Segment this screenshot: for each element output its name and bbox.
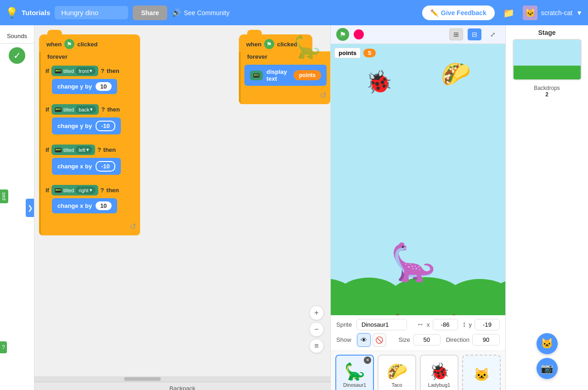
green-side-btn1[interactable]: sed	[0, 189, 8, 203]
right-dropdown[interactable]: right ▾	[75, 186, 95, 194]
show-hidden-btn[interactable]: 🚫	[373, 333, 386, 347]
micro-icon-front: 📟	[54, 67, 62, 75]
sprite-thumb-taco[interactable]: 🌮 Taco	[378, 355, 416, 390]
if-left-block: if 📟 tilted left ▾ ? then change x by -1…	[39, 141, 140, 178]
sprite-close-btn[interactable]: ✕	[364, 357, 371, 364]
change-y-back[interactable]: change y by -10	[52, 117, 121, 134]
val-neg10: -10	[96, 121, 115, 131]
dino-thumb-label: Dinosaur1	[343, 382, 366, 388]
check-badge: ✓	[9, 47, 25, 64]
sidebar-collapse-btn[interactable]: ❯	[26, 199, 34, 217]
backdrops-info: Backdrops 2	[534, 82, 560, 98]
x-label: x	[427, 321, 430, 328]
show-label: Show	[336, 336, 351, 343]
change-y-front[interactable]: change y by 10	[52, 79, 117, 94]
show-visible-btn[interactable]: 👁	[357, 333, 371, 347]
sounds-tab[interactable]: Sounds	[0, 29, 34, 44]
green-flag-btn[interactable]: ⚑	[336, 28, 349, 41]
forever-block[interactable]: forever	[39, 51, 140, 62]
left-sidebar: Sounds ✓ ❯ sed ?	[0, 25, 34, 390]
user-menu[interactable]: 🐱 scratch-cat ▼	[523, 6, 582, 20]
display-text-label: display text	[266, 68, 290, 82]
zoom-options-btn[interactable]: ≡	[309, 339, 324, 353]
code-canvas[interactable]: when ⚑ clicked forever if 📟 tilted front…	[34, 25, 330, 376]
stage-and-sprites: ⚑ ⊞ ⊟ ⤢ points 5	[331, 25, 505, 390]
val-neg10-x: -10	[96, 161, 115, 172]
taco-thumb-emoji: 🌮	[387, 362, 407, 381]
change-x-left[interactable]: change x by -10	[52, 158, 121, 175]
dropdown-arrow-left: ▾	[86, 147, 89, 153]
feedback-button[interactable]: ✏️ Give Feedback	[422, 6, 495, 20]
points-badge: points 5	[334, 48, 376, 58]
flag-icon: ⚑	[64, 39, 74, 49]
stop-btn[interactable]	[354, 29, 364, 39]
loop-arrow-2: ↺	[320, 90, 327, 100]
green-side-btn2[interactable]: ?	[0, 341, 7, 353]
sensor-left[interactable]: 📟 tilted left ▾	[51, 145, 95, 155]
backdrops-label: Backdrops	[534, 85, 560, 91]
y-input[interactable]	[475, 319, 500, 330]
project-name-input[interactable]	[55, 6, 128, 19]
chevron-down-icon: ▼	[576, 9, 582, 17]
size-input[interactable]	[413, 334, 441, 345]
backdrops-count: 2	[545, 91, 548, 98]
if-right-block: if 📟 tilted right ▾ ? then change x by 1…	[39, 181, 140, 217]
right-panel-inner: ⚑ ⊞ ⊟ ⤢ points 5	[331, 25, 588, 390]
sensor-back[interactable]: 📟 tilted back ▾	[51, 104, 99, 115]
share-button[interactable]: Share	[133, 6, 167, 20]
show-icons: 👁 🚫	[357, 333, 386, 347]
scrollbar-thumb[interactable]	[124, 377, 161, 381]
y-arrows-icon: ↕	[463, 320, 466, 329]
direction-input[interactable]	[472, 334, 500, 345]
sprite-thumb-dinosaur[interactable]: ✕ 🦕 Dinosaur1	[335, 355, 374, 390]
y-coord-group: ↕ y	[463, 319, 500, 330]
taco-sprite: 🌮	[441, 60, 471, 88]
bottom-action-buttons: 🐱 📷	[537, 333, 558, 386]
cat-action-btn[interactable]: 🐱	[537, 333, 558, 354]
x-coord-group: ↔ x	[417, 319, 458, 330]
sensor-right[interactable]: 📟 tilted right ▾	[51, 185, 98, 195]
sensor-front[interactable]: 📟 tilted front ▾	[51, 66, 98, 76]
val-10: 10	[96, 82, 111, 91]
fullscreen-btn[interactable]: ⤢	[486, 28, 500, 40]
code-scrollbar[interactable]	[34, 376, 330, 382]
zoom-out-btn[interactable]: −	[309, 322, 324, 337]
flag-icon2: ⚑	[264, 39, 274, 49]
micro-icon-left: 📟	[54, 146, 62, 154]
camera-action-btn[interactable]: 📷	[537, 358, 558, 379]
change-x-right[interactable]: change x by 10	[52, 198, 117, 213]
clicked-label: clicked	[77, 41, 97, 48]
direction-group: Direction	[446, 334, 500, 345]
stage-thumbnail[interactable]	[513, 39, 582, 80]
x-arrows-icon: ↔	[417, 320, 424, 329]
sprite-info-row1: Sprite ↔ x ↕ y	[336, 319, 500, 330]
zoom-in-btn[interactable]: +	[309, 306, 324, 320]
stage-side-panel: Stage Backdrops 2 🐱 📷	[505, 25, 588, 390]
sprite-thumb-ladybug[interactable]: 🐞 Ladybug1	[420, 355, 458, 390]
community-button[interactable]: 🔊 See Community	[172, 8, 230, 17]
display-text-action[interactable]: 📟 display text points	[244, 65, 327, 86]
display-text-block: 📟 display text points	[239, 62, 330, 89]
front-dropdown[interactable]: front ▾	[75, 67, 96, 75]
dino-thumb-emoji: 🦕	[345, 362, 365, 381]
when-clicked-block[interactable]: when ⚑ clicked	[39, 34, 140, 52]
ladybug-thumb-emoji: 🐞	[429, 362, 450, 381]
main-script: when ⚑ clicked forever if 📟 tilted front…	[39, 34, 140, 235]
left-dropdown[interactable]: left ▾	[75, 146, 92, 154]
add-sprite-btn[interactable]: 🐱	[462, 355, 501, 390]
layout-btn-1[interactable]: ⊞	[449, 28, 463, 40]
if-back-block: if 📟 tilted back ▾ ? then change y by -1…	[39, 100, 140, 138]
sprite-thumbnails: ✕ 🦕 Dinosaur1 🌮 Taco 🐞 Ladybug1 🐱	[331, 351, 505, 390]
points-block-tag[interactable]: points	[294, 70, 321, 80]
back-dropdown[interactable]: back ▾	[75, 106, 96, 113]
tutorials-btn[interactable]: Tutorials	[22, 9, 50, 17]
points-value: 5	[363, 49, 376, 57]
layout-btn-2[interactable]: ⊟	[468, 28, 481, 40]
when-label: when	[46, 41, 62, 48]
x-input[interactable]	[433, 319, 458, 330]
dropdown-arrow-right: ▾	[90, 187, 92, 193]
backpack-label[interactable]: Backpack	[34, 382, 330, 390]
sprite-name-input[interactable]	[356, 319, 407, 330]
folder-button[interactable]: 📁	[499, 6, 518, 20]
zoom-controls: + − ≡	[309, 306, 324, 353]
